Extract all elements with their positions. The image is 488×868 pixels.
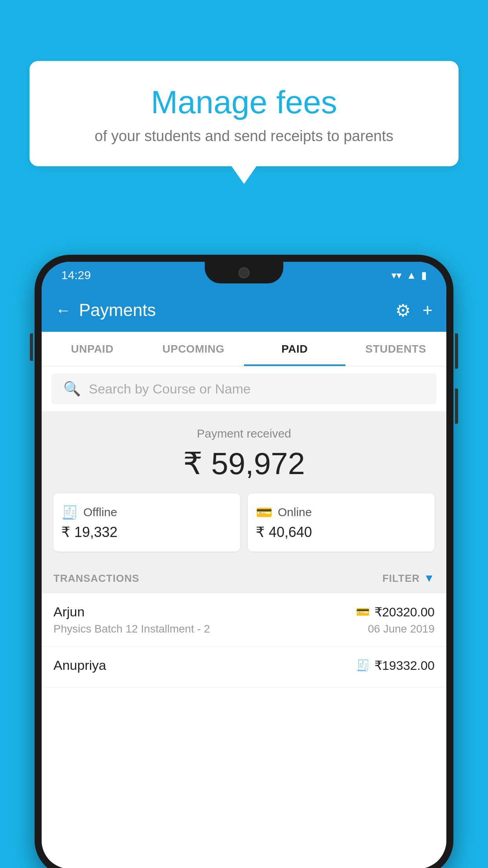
signal-icon: ▲ bbox=[406, 269, 416, 281]
offline-payment-icon: 🧾 bbox=[356, 659, 370, 672]
offline-payment-card: 🧾 Offline ₹ 19,332 bbox=[53, 493, 240, 552]
payment-received-label: Payment received bbox=[53, 427, 435, 440]
app-header: ← Payments ⚙ + bbox=[42, 289, 446, 332]
search-container: 🔍 Search by Course or Name bbox=[42, 366, 446, 411]
tab-upcoming[interactable]: UPCOMING bbox=[143, 332, 244, 366]
filter-icon: ▼ bbox=[424, 572, 435, 585]
tab-paid[interactable]: PAID bbox=[244, 332, 345, 366]
online-amount: ₹ 40,640 bbox=[256, 524, 427, 541]
offline-card-header: 🧾 Offline bbox=[61, 504, 232, 520]
payment-summary: Payment received ₹ 59,972 🧾 Offline ₹ 19… bbox=[42, 411, 446, 563]
online-payment-icon: 💳 bbox=[356, 605, 370, 618]
header-actions: ⚙ + bbox=[395, 300, 433, 320]
offline-label: Offline bbox=[83, 506, 117, 519]
transaction-amount-container: 💳 ₹20320.00 bbox=[356, 605, 435, 620]
status-icons: ▾▾ ▲ ▮ bbox=[391, 269, 427, 281]
filter-label: FILTER bbox=[382, 572, 420, 585]
back-button[interactable]: ← bbox=[55, 302, 71, 319]
offline-amount: ₹ 19,332 bbox=[61, 524, 232, 541]
phone-mockup: 14:29 ▾▾ ▲ ▮ ← Payments ⚙ + UNPAID bbox=[35, 255, 453, 868]
phone-notch bbox=[205, 262, 283, 283]
gear-icon[interactable]: ⚙ bbox=[395, 300, 411, 320]
phone-screen: 14:29 ▾▾ ▲ ▮ ← Payments ⚙ + UNPAID bbox=[42, 262, 446, 868]
search-placeholder: Search by Course or Name bbox=[89, 381, 251, 397]
transaction-course: Physics Batch 12 Installment - 2 bbox=[53, 623, 210, 635]
online-icon: 💳 bbox=[256, 504, 272, 520]
wifi-icon: ▾▾ bbox=[391, 269, 402, 281]
transaction-amount: ₹19332.00 bbox=[374, 658, 435, 673]
tab-unpaid[interactable]: UNPAID bbox=[42, 332, 143, 366]
phone-side-button-left bbox=[30, 333, 33, 361]
status-time: 14:29 bbox=[61, 268, 91, 282]
transactions-header: TRANSACTIONS FILTER ▼ bbox=[42, 563, 446, 593]
phone-side-button-right-bottom bbox=[455, 388, 458, 424]
transaction-row-top: Anupriya 🧾 ₹19332.00 bbox=[53, 658, 435, 673]
phone-camera bbox=[238, 267, 250, 278]
transaction-row-top: Arjun 💳 ₹20320.00 bbox=[53, 604, 435, 620]
phone-outer: 14:29 ▾▾ ▲ ▮ ← Payments ⚙ + UNPAID bbox=[35, 255, 453, 868]
tab-students[interactable]: STUDENTS bbox=[345, 332, 447, 366]
online-label: Online bbox=[278, 506, 312, 519]
search-bar[interactable]: 🔍 Search by Course or Name bbox=[51, 373, 437, 404]
tab-bar: UNPAID UPCOMING PAID STUDENTS bbox=[42, 332, 446, 366]
phone-side-button-right-top bbox=[455, 333, 458, 369]
speech-bubble-title: Manage fees bbox=[49, 85, 439, 120]
speech-bubble-subtitle: of your students and send receipts to pa… bbox=[49, 128, 439, 145]
transaction-list: Arjun 💳 ₹20320.00 Physics Batch 12 Insta… bbox=[42, 593, 446, 868]
transaction-item[interactable]: Arjun 💳 ₹20320.00 Physics Batch 12 Insta… bbox=[42, 593, 446, 647]
transaction-date: 06 June 2019 bbox=[368, 623, 435, 635]
payment-total-amount: ₹ 59,972 bbox=[53, 446, 435, 482]
transaction-item[interactable]: Anupriya 🧾 ₹19332.00 bbox=[42, 647, 446, 688]
transaction-row-bottom: Physics Batch 12 Installment - 2 06 June… bbox=[53, 623, 435, 635]
header-title: Payments bbox=[79, 300, 395, 320]
add-button[interactable]: + bbox=[422, 300, 433, 320]
offline-icon: 🧾 bbox=[61, 504, 78, 520]
transaction-amount-container: 🧾 ₹19332.00 bbox=[356, 658, 435, 673]
battery-icon: ▮ bbox=[421, 269, 427, 281]
transactions-label: TRANSACTIONS bbox=[53, 572, 139, 585]
online-payment-card: 💳 Online ₹ 40,640 bbox=[248, 493, 435, 552]
search-icon: 🔍 bbox=[63, 381, 81, 397]
speech-bubble: Manage fees of your students and send re… bbox=[29, 61, 459, 166]
filter-button[interactable]: FILTER ▼ bbox=[382, 572, 435, 585]
transaction-amount: ₹20320.00 bbox=[374, 605, 435, 620]
transaction-name: Arjun bbox=[53, 604, 84, 620]
payment-cards: 🧾 Offline ₹ 19,332 💳 Online ₹ 40,640 bbox=[53, 493, 435, 552]
speech-bubble-container: Manage fees of your students and send re… bbox=[29, 61, 459, 166]
transaction-name: Anupriya bbox=[53, 658, 106, 673]
online-card-header: 💳 Online bbox=[256, 504, 427, 520]
